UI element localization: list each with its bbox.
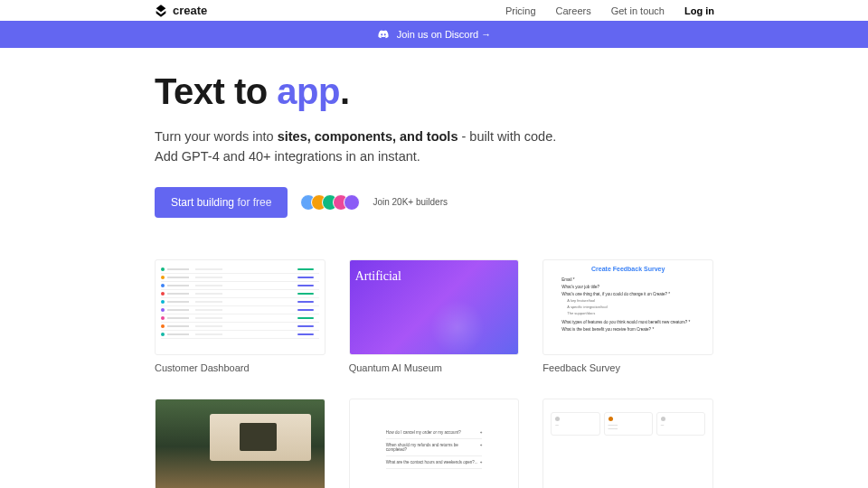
- card-quantum-ai-museum[interactable]: Artificial Quantum AI Museum: [349, 259, 520, 373]
- card-preview: — —————— —: [542, 399, 713, 488]
- top-nav: create Pricing Careers Get in touch Log …: [0, 0, 868, 21]
- hero-title: Text to app.: [155, 71, 713, 112]
- logo-icon: [154, 4, 168, 18]
- start-building-button[interactable]: Start building for free: [155, 187, 288, 218]
- card-faq[interactable]: How do I cancel my order or my account?+…: [349, 399, 520, 488]
- logo[interactable]: create: [154, 4, 207, 18]
- hero: Text to app. Turn your words into sites,…: [155, 48, 713, 250]
- examples-grid: Customer Dashboard Artificial Quantum AI…: [155, 259, 713, 488]
- card-preview: [155, 399, 326, 488]
- card-title: Feedback Survey: [542, 362, 713, 373]
- hero-subtitle: Turn your words into sites, components, …: [155, 127, 713, 167]
- nav-login[interactable]: Log in: [684, 5, 714, 16]
- card-title: Quantum AI Museum: [349, 362, 520, 373]
- nav-pricing[interactable]: Pricing: [505, 5, 536, 16]
- nav-contact[interactable]: Get in touch: [611, 5, 665, 16]
- discord-icon: [377, 28, 390, 41]
- card-title: Customer Dashboard: [155, 362, 326, 373]
- nav-links: Pricing Careers Get in touch Log in: [505, 5, 714, 16]
- banner-text: Join us on Discord →: [397, 29, 492, 40]
- builder-avatars: [300, 194, 360, 211]
- card-preview: How do I cancel my order or my account?+…: [349, 399, 520, 488]
- card-testimonials-section[interactable]: — —————— — Testimonials Section: [542, 399, 713, 488]
- card-sign-up-page[interactable]: Sign Up Page: [155, 399, 326, 488]
- logo-text: create: [173, 4, 207, 17]
- discord-banner[interactable]: Join us on Discord →: [0, 21, 868, 48]
- card-feedback-survey[interactable]: Create Feedback Survey Email * What's yo…: [542, 259, 713, 373]
- avatar: [344, 194, 360, 211]
- card-preview: Create Feedback Survey Email * What's yo…: [542, 259, 713, 355]
- card-preview: Artificial: [349, 259, 520, 355]
- builders-count: Join 20K+ builders: [373, 197, 448, 207]
- cta-row: Start building for free Join 20K+ builde…: [155, 187, 713, 218]
- card-customer-dashboard[interactable]: Customer Dashboard: [155, 259, 326, 373]
- card-preview: [155, 259, 326, 355]
- nav-careers[interactable]: Careers: [556, 5, 591, 16]
